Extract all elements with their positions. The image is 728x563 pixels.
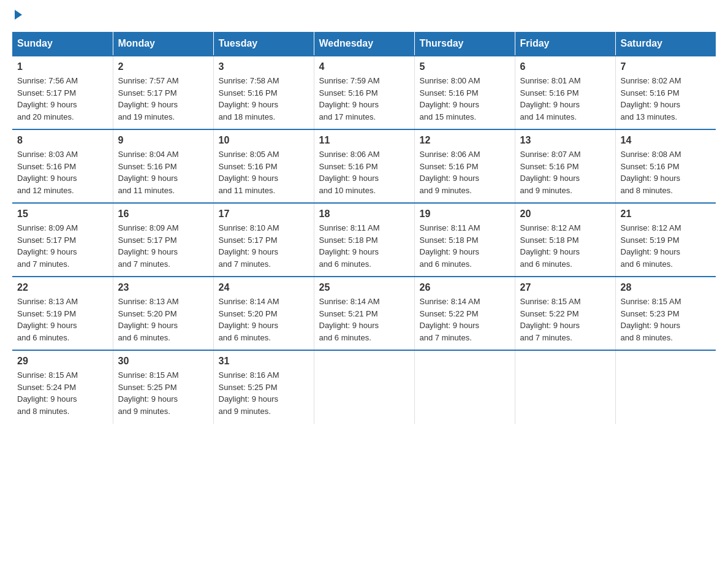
day-info: Sunrise: 8:12 AMSunset: 5:18 PMDaylight:… bbox=[520, 222, 610, 270]
calendar-cell: 3Sunrise: 7:58 AMSunset: 5:16 PMDaylight… bbox=[213, 56, 314, 129]
day-number: 7 bbox=[621, 61, 711, 72]
day-info: Sunrise: 8:05 AMSunset: 5:16 PMDaylight:… bbox=[219, 148, 309, 196]
day-info: Sunrise: 8:07 AMSunset: 5:16 PMDaylight:… bbox=[520, 148, 610, 196]
day-number: 26 bbox=[420, 282, 510, 293]
day-info: Sunrise: 8:06 AMSunset: 5:16 PMDaylight:… bbox=[420, 148, 510, 196]
day-info: Sunrise: 8:14 AMSunset: 5:21 PMDaylight:… bbox=[319, 296, 409, 343]
header-tuesday: Tuesday bbox=[213, 32, 314, 56]
day-info: Sunrise: 8:13 AMSunset: 5:20 PMDaylight:… bbox=[118, 296, 208, 343]
day-number: 11 bbox=[319, 135, 409, 146]
day-number: 27 bbox=[520, 282, 610, 293]
day-info: Sunrise: 8:15 AMSunset: 5:23 PMDaylight:… bbox=[621, 296, 711, 343]
header-friday: Friday bbox=[515, 32, 615, 56]
calendar-cell: 11Sunrise: 8:06 AMSunset: 5:16 PMDayligh… bbox=[314, 129, 414, 203]
day-number: 19 bbox=[420, 209, 510, 220]
calendar-cell: 6Sunrise: 8:01 AMSunset: 5:16 PMDaylight… bbox=[515, 56, 615, 129]
week-row-5: 29Sunrise: 8:15 AMSunset: 5:24 PMDayligh… bbox=[12, 350, 716, 424]
day-number: 28 bbox=[621, 282, 711, 293]
calendar-cell: 1Sunrise: 7:56 AMSunset: 5:17 PMDaylight… bbox=[12, 56, 113, 129]
day-info: Sunrise: 8:14 AMSunset: 5:20 PMDaylight:… bbox=[219, 296, 309, 343]
calendar-body: 1Sunrise: 7:56 AMSunset: 5:17 PMDaylight… bbox=[12, 56, 716, 424]
day-info: Sunrise: 8:04 AMSunset: 5:16 PMDaylight:… bbox=[118, 148, 208, 196]
calendar-cell: 4Sunrise: 7:59 AMSunset: 5:16 PMDaylight… bbox=[314, 56, 414, 129]
day-info: Sunrise: 8:09 AMSunset: 5:17 PMDaylight:… bbox=[118, 222, 208, 270]
calendar-cell: 2Sunrise: 7:57 AMSunset: 5:17 PMDaylight… bbox=[113, 56, 213, 129]
calendar-cell: 26Sunrise: 8:14 AMSunset: 5:22 PMDayligh… bbox=[414, 277, 515, 350]
calendar-cell: 31Sunrise: 8:16 AMSunset: 5:25 PMDayligh… bbox=[213, 350, 314, 424]
day-info: Sunrise: 7:57 AMSunset: 5:17 PMDaylight:… bbox=[118, 75, 208, 123]
calendar-cell: 16Sunrise: 8:09 AMSunset: 5:17 PMDayligh… bbox=[113, 203, 213, 277]
calendar-cell bbox=[314, 350, 414, 424]
day-info: Sunrise: 7:58 AMSunset: 5:16 PMDaylight:… bbox=[219, 75, 309, 123]
calendar-cell: 30Sunrise: 8:15 AMSunset: 5:25 PMDayligh… bbox=[113, 350, 213, 424]
calendar-cell: 25Sunrise: 8:14 AMSunset: 5:21 PMDayligh… bbox=[314, 277, 414, 350]
day-info: Sunrise: 8:01 AMSunset: 5:16 PMDaylight:… bbox=[520, 75, 610, 123]
day-info: Sunrise: 8:13 AMSunset: 5:19 PMDaylight:… bbox=[17, 296, 108, 343]
logo-blue-part bbox=[12, 12, 22, 20]
calendar-cell: 13Sunrise: 8:07 AMSunset: 5:16 PMDayligh… bbox=[515, 129, 615, 203]
calendar-table: SundayMondayTuesdayWednesdayThursdayFrid… bbox=[12, 32, 716, 424]
calendar-cell: 23Sunrise: 8:13 AMSunset: 5:20 PMDayligh… bbox=[113, 277, 213, 350]
day-number: 3 bbox=[219, 61, 309, 72]
day-info: Sunrise: 8:00 AMSunset: 5:16 PMDaylight:… bbox=[420, 75, 510, 123]
calendar-cell: 12Sunrise: 8:06 AMSunset: 5:16 PMDayligh… bbox=[414, 129, 515, 203]
week-row-3: 15Sunrise: 8:09 AMSunset: 5:17 PMDayligh… bbox=[12, 203, 716, 277]
day-number: 10 bbox=[219, 135, 309, 146]
week-row-4: 22Sunrise: 8:13 AMSunset: 5:19 PMDayligh… bbox=[12, 277, 716, 350]
calendar-cell: 7Sunrise: 8:02 AMSunset: 5:16 PMDaylight… bbox=[615, 56, 716, 129]
day-number: 18 bbox=[319, 209, 409, 220]
day-number: 22 bbox=[17, 282, 108, 293]
calendar-cell bbox=[414, 350, 515, 424]
day-number: 9 bbox=[118, 135, 208, 146]
header-monday: Monday bbox=[113, 32, 213, 56]
header-wednesday: Wednesday bbox=[314, 32, 414, 56]
day-number: 17 bbox=[219, 209, 309, 220]
week-row-2: 8Sunrise: 8:03 AMSunset: 5:16 PMDaylight… bbox=[12, 129, 716, 203]
calendar-header: SundayMondayTuesdayWednesdayThursdayFrid… bbox=[12, 32, 716, 56]
day-number: 14 bbox=[621, 135, 711, 146]
calendar-cell: 14Sunrise: 8:08 AMSunset: 5:16 PMDayligh… bbox=[615, 129, 716, 203]
day-number: 16 bbox=[118, 209, 208, 220]
day-info: Sunrise: 8:15 AMSunset: 5:22 PMDaylight:… bbox=[520, 296, 610, 343]
day-info: Sunrise: 8:15 AMSunset: 5:25 PMDaylight:… bbox=[118, 369, 208, 417]
header-sunday: Sunday bbox=[12, 32, 113, 56]
day-info: Sunrise: 8:16 AMSunset: 5:25 PMDaylight:… bbox=[219, 369, 309, 417]
calendar-cell: 9Sunrise: 8:04 AMSunset: 5:16 PMDaylight… bbox=[113, 129, 213, 203]
calendar-cell: 29Sunrise: 8:15 AMSunset: 5:24 PMDayligh… bbox=[12, 350, 113, 424]
calendar-cell: 15Sunrise: 8:09 AMSunset: 5:17 PMDayligh… bbox=[12, 203, 113, 277]
day-number: 8 bbox=[17, 135, 108, 146]
day-number: 31 bbox=[219, 356, 309, 367]
day-number: 4 bbox=[319, 61, 409, 72]
day-number: 20 bbox=[520, 209, 610, 220]
day-info: Sunrise: 8:11 AMSunset: 5:18 PMDaylight:… bbox=[420, 222, 510, 270]
page-header bbox=[12, 12, 716, 20]
day-info: Sunrise: 8:08 AMSunset: 5:16 PMDaylight:… bbox=[621, 148, 711, 196]
calendar-cell: 5Sunrise: 8:00 AMSunset: 5:16 PMDaylight… bbox=[414, 56, 515, 129]
day-info: Sunrise: 8:02 AMSunset: 5:16 PMDaylight:… bbox=[621, 75, 711, 123]
day-number: 29 bbox=[17, 356, 108, 367]
day-number: 1 bbox=[17, 61, 108, 72]
day-number: 24 bbox=[219, 282, 309, 293]
calendar-cell: 22Sunrise: 8:13 AMSunset: 5:19 PMDayligh… bbox=[12, 277, 113, 350]
day-info: Sunrise: 8:14 AMSunset: 5:22 PMDaylight:… bbox=[420, 296, 510, 343]
calendar-cell: 8Sunrise: 8:03 AMSunset: 5:16 PMDaylight… bbox=[12, 129, 113, 203]
calendar-cell: 28Sunrise: 8:15 AMSunset: 5:23 PMDayligh… bbox=[615, 277, 716, 350]
header-saturday: Saturday bbox=[615, 32, 716, 56]
day-info: Sunrise: 8:09 AMSunset: 5:17 PMDaylight:… bbox=[17, 222, 108, 270]
calendar-cell: 18Sunrise: 8:11 AMSunset: 5:18 PMDayligh… bbox=[314, 203, 414, 277]
day-info: Sunrise: 8:15 AMSunset: 5:24 PMDaylight:… bbox=[17, 369, 108, 417]
day-number: 23 bbox=[118, 282, 208, 293]
day-info: Sunrise: 7:59 AMSunset: 5:16 PMDaylight:… bbox=[319, 75, 409, 123]
calendar-cell: 10Sunrise: 8:05 AMSunset: 5:16 PMDayligh… bbox=[213, 129, 314, 203]
day-number: 15 bbox=[17, 209, 108, 220]
day-number: 25 bbox=[319, 282, 409, 293]
day-info: Sunrise: 8:10 AMSunset: 5:17 PMDaylight:… bbox=[219, 222, 309, 270]
week-row-1: 1Sunrise: 7:56 AMSunset: 5:17 PMDaylight… bbox=[12, 56, 716, 129]
calendar-cell: 19Sunrise: 8:11 AMSunset: 5:18 PMDayligh… bbox=[414, 203, 515, 277]
day-number: 5 bbox=[420, 61, 510, 72]
calendar-cell: 17Sunrise: 8:10 AMSunset: 5:17 PMDayligh… bbox=[213, 203, 314, 277]
day-info: Sunrise: 7:56 AMSunset: 5:17 PMDaylight:… bbox=[17, 75, 108, 123]
header-thursday: Thursday bbox=[414, 32, 515, 56]
logo bbox=[12, 12, 22, 20]
day-number: 30 bbox=[118, 356, 208, 367]
